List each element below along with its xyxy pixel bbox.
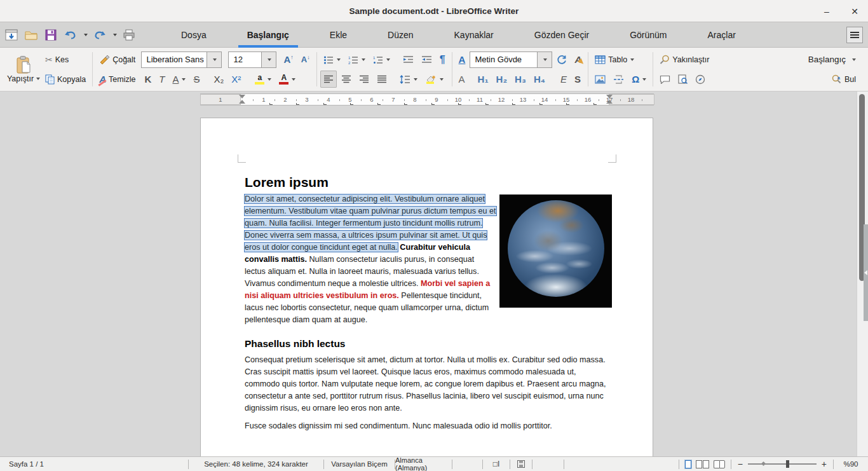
heading2-style-button[interactable]: H₂ — [493, 71, 511, 88]
numbered-list-button[interactable]: 12 — [345, 51, 369, 68]
emphasis-style-button[interactable]: E — [557, 71, 570, 88]
font-name-dropdown[interactable] — [207, 52, 221, 67]
subscript-button[interactable]: X₂ — [210, 71, 227, 88]
paragraph-background-button[interactable] — [422, 71, 447, 88]
outline-list-dropdown[interactable] — [386, 58, 390, 61]
menubar-toggle-button[interactable] — [846, 27, 863, 43]
bullet-list-dropdown[interactable] — [337, 58, 341, 61]
navigator-button[interactable] — [692, 71, 709, 88]
language-status[interactable]: Almanca (Almanya) — [395, 460, 452, 469]
zoom-percentage[interactable]: %90 — [834, 460, 868, 468]
bold-button[interactable]: K — [141, 71, 154, 88]
align-center-button[interactable] — [338, 71, 355, 88]
line-spacing-button[interactable] — [397, 71, 421, 88]
first-line-indent-marker[interactable] — [239, 95, 245, 99]
selection-count-status[interactable]: Seçilen: 48 kelime, 324 karakter — [189, 460, 324, 469]
grow-font-button[interactable]: A↑ — [280, 51, 296, 68]
font-name-combobox[interactable]: Liberation Sans — [141, 51, 222, 68]
insert-table-button[interactable]: Tablo — [592, 51, 637, 68]
tabkit-dropdown[interactable] — [852, 58, 856, 61]
zoom-slider-thumb[interactable] — [786, 460, 789, 468]
find-button[interactable]: a Bul — [828, 71, 859, 88]
print-icon[interactable] — [121, 27, 137, 43]
superscript-button[interactable]: X² — [228, 71, 244, 88]
paste-button[interactable]: Yapıştır — [5, 50, 42, 89]
highlight-color-dropdown[interactable] — [268, 78, 271, 81]
zoom-in-button[interactable]: + — [822, 459, 827, 469]
decrease-indent-button[interactable] — [418, 51, 435, 68]
insert-comment-button[interactable] — [656, 71, 674, 88]
font-size-combobox[interactable]: 12 — [228, 51, 276, 68]
menu-tab[interactable]: Düzen — [367, 22, 433, 48]
strong-style-button[interactable]: S — [571, 71, 584, 88]
multi-page-view-button[interactable] — [696, 460, 709, 468]
redo-dropdown[interactable] — [113, 34, 117, 36]
menu-tab[interactable]: Dosya — [161, 22, 227, 48]
highlight-color-button[interactable]: a — [252, 71, 275, 88]
no-character-style-button[interactable]: A — [456, 71, 468, 88]
outline-list-button[interactable]: 1 — [370, 51, 393, 68]
insert-page-break-button[interactable] — [610, 71, 627, 88]
print-preview-button[interactable] — [675, 71, 691, 88]
save-state-status[interactable] — [510, 460, 532, 469]
special-character-dropdown[interactable] — [642, 78, 646, 81]
font-color-button[interactable]: A — [276, 71, 299, 88]
clone-formatting-button[interactable]: Çoğalt — [96, 51, 139, 68]
paragraph-style-icon-button[interactable]: A — [456, 51, 469, 68]
tabkit-selector[interactable]: Başlangıç — [805, 51, 859, 68]
special-character-button[interactable]: Ω — [628, 71, 649, 88]
line-spacing-dropdown[interactable] — [414, 78, 417, 81]
insert-mode-status[interactable]: □I — [483, 460, 510, 469]
paragraph-1[interactable]: Dolor sit amet, consectetur adipiscing e… — [245, 193, 612, 326]
zoom-out-button[interactable]: − — [738, 459, 743, 469]
justify-button[interactable] — [374, 71, 390, 88]
paste-dropdown[interactable] — [36, 78, 40, 80]
page-count-status[interactable]: Sayfa 1 / 1 — [0, 460, 189, 469]
heading4-style-button[interactable]: H₄ — [531, 71, 548, 88]
copy-button[interactable]: Kopyala — [42, 71, 89, 88]
open-folder-icon[interactable] — [24, 27, 39, 43]
paragraph-style-dropdown[interactable] — [537, 52, 552, 67]
menu-tab[interactable]: Gözden Geçir — [514, 22, 609, 48]
left-indent-marker[interactable] — [239, 100, 245, 104]
paragraph-3[interactable]: Fusce sodales dignissim mi sed condiment… — [245, 420, 612, 432]
table-dropdown[interactable] — [630, 58, 634, 61]
redo-icon[interactable] — [92, 27, 107, 43]
minimize-button[interactable]: – — [820, 4, 834, 18]
menu-tab[interactable]: Görünüm — [609, 22, 687, 48]
undo-icon[interactable] — [63, 27, 78, 43]
page-style-status[interactable]: Varsayılan Biçem — [324, 460, 395, 469]
heading3-style-button[interactable]: H₃ — [512, 71, 529, 88]
signature-status[interactable] — [532, 460, 564, 469]
underline-dropdown[interactable] — [182, 78, 186, 81]
menu-tab[interactable]: Başlangıç — [227, 22, 309, 48]
increase-indent-button[interactable] — [400, 51, 417, 68]
cut-button[interactable]: ✂ Kes — [42, 51, 72, 68]
blue-marble-earth-image[interactable] — [499, 195, 612, 308]
paragraph-background-dropdown[interactable] — [440, 78, 444, 81]
save-icon[interactable] — [43, 27, 58, 43]
close-button[interactable]: ✕ — [848, 4, 862, 18]
align-right-button[interactable] — [356, 71, 372, 88]
new-document-icon[interactable] — [4, 27, 19, 43]
shrink-font-button[interactable]: A↓ — [298, 51, 313, 68]
document-page[interactable]: Lorem ipsum Dolor sit amet, consectetur … — [200, 118, 653, 456]
horizontal-ruler[interactable]: 1123456789101112131415161718 — [200, 93, 654, 106]
sidebar-show-toggle[interactable] — [864, 224, 868, 321]
single-page-view-button[interactable] — [685, 460, 691, 468]
numbered-list-dropdown[interactable] — [362, 58, 365, 61]
heading1-style-button[interactable]: H₁ — [475, 71, 492, 88]
paragraph-style-combobox[interactable]: Metin Gövde — [470, 51, 552, 68]
strikethrough-button[interactable]: S — [190, 71, 203, 88]
book-view-button[interactable] — [714, 460, 725, 468]
underline-button[interactable]: A — [169, 71, 189, 88]
update-style-button[interactable] — [553, 51, 570, 68]
clear-formatting-button[interactable]: A Temizle — [96, 71, 139, 88]
document-heading1[interactable]: Lorem ipsum — [245, 174, 612, 190]
menu-tab[interactable]: Araçlar — [688, 22, 756, 48]
bullet-list-button[interactable] — [320, 51, 344, 68]
paragraph-2[interactable]: Consequat pretium scelerisque sit amet, … — [245, 354, 612, 414]
formatting-marks-button[interactable]: ¶ — [437, 51, 449, 68]
document-heading2[interactable]: Phasellus nibh lectus — [245, 338, 612, 350]
zoom-button[interactable]: Yakınlaştır — [656, 51, 712, 68]
